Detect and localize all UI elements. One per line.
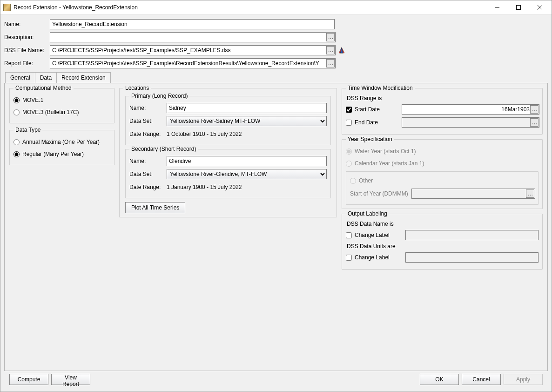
window-title: Record Extension - Yellowstone_RecordExt… — [13, 4, 138, 11]
primary-daterange-label: Date Range: — [129, 131, 167, 137]
end-date-check[interactable]: End Date — [346, 119, 402, 126]
apply-button: Apply — [504, 374, 543, 385]
primary-name-label: Name: — [129, 105, 167, 111]
secondary-name-input[interactable] — [167, 156, 327, 166]
regular-radio[interactable]: Regular (Many Per Year) — [13, 149, 110, 159]
annual-maxima-radio[interactable]: Annual Maxima (One Per Year) — [13, 137, 110, 147]
maximize-button[interactable] — [508, 0, 529, 14]
year-specification-legend: Year Specification — [346, 136, 394, 142]
dssfile-browse-button[interactable]: … — [326, 46, 335, 54]
change-name-check[interactable]: Change Label — [346, 232, 405, 238]
dssfile-label: DSS File Name: — [4, 47, 50, 54]
description-label: Description: — [4, 34, 50, 41]
primary-daterange-value: 1 October 1910 - 15 July 2022 — [167, 131, 327, 137]
footer: Compute View Report OK Cancel Apply — [4, 371, 548, 388]
move3-label: MOVE.3 (Bulletin 17C) — [22, 109, 79, 115]
start-date-picker-button[interactable]: … — [530, 105, 539, 114]
end-date-label: End Date — [355, 119, 378, 126]
water-year-radio-input — [346, 149, 352, 155]
tab-record-extension[interactable]: Record Extension — [57, 72, 111, 83]
ok-button[interactable]: OK — [420, 374, 459, 385]
data-type-legend: Data Type — [13, 127, 42, 133]
other-year-radio: Other — [350, 176, 534, 186]
secondary-dataset-label: Data Set: — [129, 171, 167, 177]
primary-name-input[interactable] — [167, 103, 327, 113]
water-year-label: Water Year (starts Oct 1) — [355, 148, 416, 155]
annual-maxima-radio-input[interactable] — [13, 139, 20, 145]
window: Record Extension - Yellowstone_RecordExt… — [0, 0, 552, 392]
calendar-year-radio: Calendar Year (starts Jan 1) — [346, 158, 539, 169]
end-date-input — [402, 117, 539, 128]
output-labeling-legend: Output Labeling — [346, 210, 389, 217]
primary-legend: Primary (Long Record) — [129, 93, 189, 99]
start-date-checkbox[interactable] — [346, 107, 352, 113]
calendar-year-label: Calendar Year (starts Jan 1) — [355, 160, 424, 167]
secondary-legend: Secondary (Short Record) — [129, 146, 198, 152]
dss-data-name-label: DSS Data Name is — [347, 221, 539, 227]
tab-data[interactable]: Data — [35, 72, 57, 83]
regular-label: Regular (Many Per Year) — [22, 151, 84, 157]
compute-button[interactable]: Compute — [9, 374, 48, 385]
primary-dataset-select[interactable]: Yellowstone River-Sidney MT-FLOW — [167, 116, 327, 126]
description-input[interactable] — [50, 32, 336, 42]
cancel-button[interactable]: Cancel — [462, 374, 501, 385]
start-date-input[interactable] — [402, 104, 539, 115]
change-name-input — [405, 230, 539, 240]
view-report-button[interactable]: View Report — [51, 374, 90, 385]
minimize-button[interactable] — [486, 0, 508, 14]
tab-bar: General Data Record Extension — [4, 72, 548, 83]
computational-method-group: Computational Method MOVE.1 MOVE.3 (Bull… — [9, 88, 114, 123]
start-of-year-label: Start of Year (DDMMM) — [350, 190, 411, 197]
start-date-check[interactable]: Start Date — [346, 106, 402, 113]
dss-plot-icon[interactable] — [337, 46, 346, 54]
locations-group: Locations Primary (Long Record) Name: Da… — [119, 88, 337, 217]
header-form: Name: Description: … DSS File Name: … — [4, 18, 548, 70]
other-year-label: Other — [359, 177, 373, 184]
move1-radio[interactable]: MOVE.1 — [13, 95, 110, 105]
time-window-legend: Time Window Modification — [346, 85, 415, 91]
annual-maxima-label: Annual Maxima (One Per Year) — [22, 139, 100, 145]
name-input[interactable] — [50, 19, 335, 29]
change-name-checkbox[interactable] — [346, 232, 352, 238]
start-of-year-input — [411, 189, 535, 199]
titlebar: Record Extension - Yellowstone_RecordExt… — [0, 0, 552, 14]
move3-radio-input[interactable] — [13, 109, 20, 115]
tab-content-general: Computational Method MOVE.1 MOVE.3 (Bull… — [4, 83, 548, 371]
move3-radio[interactable]: MOVE.3 (Bulletin 17C) — [13, 107, 110, 117]
reportfile-input[interactable] — [50, 58, 336, 68]
move1-radio-input[interactable] — [13, 97, 20, 103]
other-year-group: Other Start of Year (DDMMM) … — [346, 171, 539, 205]
dssfile-input[interactable] — [50, 45, 336, 55]
start-of-year-picker-button: … — [526, 189, 534, 198]
move1-label: MOVE.1 — [22, 97, 43, 103]
regular-radio-input[interactable] — [13, 151, 20, 157]
change-units-input — [405, 252, 539, 263]
start-date-label: Start Date — [355, 106, 380, 113]
svg-rect-0 — [517, 5, 521, 9]
secondary-record-group: Secondary (Short Record) Name: Data Set:… — [125, 149, 331, 198]
water-year-radio: Water Year (starts Oct 1) — [346, 146, 539, 156]
primary-dataset-label: Data Set: — [129, 118, 167, 124]
dss-range-label: DSS Range is — [347, 95, 539, 101]
locations-legend: Locations — [123, 85, 151, 91]
app-icon — [3, 4, 11, 11]
reportfile-browse-button[interactable]: … — [326, 59, 335, 68]
close-button[interactable] — [529, 0, 551, 14]
description-browse-button[interactable]: … — [326, 33, 335, 41]
change-units-checkbox[interactable] — [346, 255, 352, 261]
secondary-dataset-select[interactable]: Yellowstone River-Glendive, MT-FLOW — [167, 169, 327, 179]
tab-general[interactable]: General — [5, 72, 35, 83]
secondary-name-label: Name: — [129, 158, 167, 164]
output-labeling-group: Output Labeling DSS Data Name is Change … — [342, 214, 543, 270]
dss-data-units-label: DSS Data Units are — [347, 243, 539, 250]
time-window-group: Time Window Modification DSS Range is St… — [342, 88, 543, 135]
end-date-checkbox[interactable] — [346, 120, 352, 126]
client-area: Name: Description: … DSS File Name: … — [0, 14, 552, 392]
change-units-check[interactable]: Change Label — [346, 254, 405, 261]
name-label: Name: — [4, 21, 50, 27]
end-date-picker-button[interactable]: … — [530, 118, 539, 127]
secondary-daterange-label: Date Range: — [129, 184, 167, 190]
year-specification-group: Year Specification Water Year (starts Oc… — [342, 139, 543, 209]
data-type-group: Data Type Annual Maxima (One Per Year) R… — [9, 130, 114, 165]
plot-all-timeseries-button[interactable]: Plot All Time Series — [125, 202, 185, 213]
